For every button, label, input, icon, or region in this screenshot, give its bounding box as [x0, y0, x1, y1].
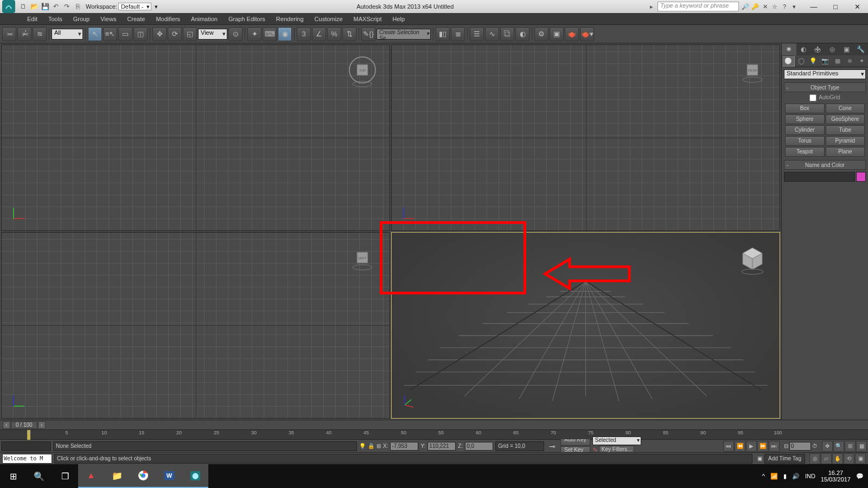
current-frame-input[interactable] [789, 442, 811, 451]
search-taskbar-icon[interactable]: 🔍 [26, 464, 52, 488]
refcoord-select[interactable]: View [198, 29, 227, 40]
angle-snap-icon[interactable]: ∠ [312, 27, 326, 41]
named-selection-select[interactable]: Create Selection Se [376, 29, 431, 40]
unlink-icon[interactable]: ⫘̸ [17, 27, 31, 41]
category-select[interactable]: Standard Primitives [784, 69, 866, 79]
window-crossing-icon[interactable]: ◫ [133, 27, 148, 41]
keyboard-shortcut-icon[interactable]: ⌨ [263, 27, 277, 41]
play-icon[interactable]: ▶ [746, 441, 757, 452]
object-color-swatch[interactable] [856, 172, 866, 182]
app-icon[interactable] [2, 0, 15, 13]
menu-customize[interactable]: Customize [309, 13, 348, 25]
time-slider-value[interactable]: 0 / 100 [11, 421, 37, 429]
hierarchy-tab-icon[interactable]: 🕁 [810, 43, 825, 55]
add-time-tag[interactable]: Add Time Tag [764, 454, 805, 464]
pan-icon[interactable]: ✥ [822, 441, 833, 452]
helpers-tab-icon[interactable]: ▦ [832, 55, 844, 67]
timetag-toggle-icon[interactable]: ▣ [755, 455, 764, 461]
maximize-viewport-icon[interactable]: ▣ [855, 453, 866, 464]
geosphere-button[interactable]: GeoSphere [826, 114, 865, 124]
select-object-icon[interactable]: ↖ [88, 27, 102, 41]
menu-modifiers[interactable]: Modifiers [150, 13, 186, 25]
menu-tools[interactable]: Tools [43, 13, 68, 25]
layers-icon[interactable]: ☰ [470, 27, 484, 41]
taskbar-clock[interactable]: 16.2715/03/2017 [821, 470, 851, 483]
viewport-left[interactable]: LEFT [1, 232, 390, 419]
zoom-extents-icon[interactable]: ▦ [856, 441, 867, 452]
help-icon[interactable]: ? [780, 2, 789, 11]
key-step-icon[interactable]: ⊟ [784, 443, 788, 449]
rollout-name-color[interactable]: Name and Color [784, 160, 866, 170]
viewport-perspective[interactable] [391, 232, 780, 419]
viewport-front[interactable]: FRONT [391, 44, 780, 231]
torus-button[interactable]: Torus [785, 136, 825, 146]
time-slider[interactable]: ‹ 0 / 100 › [0, 420, 868, 429]
workspace-select[interactable]: Default - [118, 3, 152, 10]
wifi-icon[interactable]: 📶 [770, 473, 778, 480]
menu-grapheditors[interactable]: Graph Editors [223, 13, 271, 25]
menu-views[interactable]: Views [95, 13, 122, 25]
taskview-icon[interactable]: ❐ [52, 464, 78, 488]
geometry-tab-icon[interactable]: ⚪ [782, 55, 795, 67]
tube-button[interactable]: Tube [826, 125, 865, 135]
material-editor-icon[interactable]: ◐ [515, 27, 529, 41]
explorer-app-icon[interactable]: 📁 [104, 464, 130, 488]
menu-rendering[interactable]: Rendering [271, 13, 309, 25]
search-go-icon[interactable]: ▸ [650, 3, 658, 10]
viewport-top[interactable]: TOP [1, 44, 390, 231]
x-input[interactable] [390, 442, 418, 451]
move-icon[interactable]: ✥ [152, 27, 167, 41]
new-icon[interactable]: 🗋 [18, 2, 28, 11]
next-key-icon[interactable]: ⏩ [757, 441, 768, 452]
systems-tab-icon[interactable]: ✦ [856, 55, 868, 67]
prev-key-icon[interactable]: ⏪ [735, 441, 745, 452]
fov-icon[interactable]: ▱ [821, 453, 832, 464]
select-manipulate-icon[interactable]: ✦ [247, 27, 261, 41]
minimize-button[interactable]: — [803, 0, 825, 13]
sphere-button[interactable]: Sphere [785, 114, 825, 124]
ime-indicator[interactable]: IND [805, 473, 815, 479]
key-icon[interactable]: 🔑 [751, 2, 760, 11]
scale-icon[interactable]: ◱ [183, 27, 197, 41]
selection-filter-select[interactable]: All [52, 29, 83, 40]
isolate-icon[interactable]: ◎ [809, 453, 820, 464]
pan2-icon[interactable]: ✋ [832, 453, 843, 464]
snap-3-icon[interactable]: 3 [297, 27, 311, 41]
volume-icon[interactable]: 🔊 [792, 473, 800, 480]
workspace-more-icon[interactable]: ▾ [152, 3, 160, 10]
edit-named-sel-icon[interactable]: ✎{} [361, 27, 375, 41]
percent-snap-icon[interactable]: % [327, 27, 341, 41]
favorite-icon[interactable]: ☆ [770, 2, 779, 11]
menu-help[interactable]: Help [387, 13, 411, 25]
mirror-icon[interactable]: ▮▯ [436, 27, 450, 41]
zoom-all-icon[interactable]: ⊞ [845, 441, 856, 452]
goto-end-icon[interactable]: ⏭ [769, 441, 780, 452]
absolute-mode-icon[interactable]: ⊞ [376, 443, 381, 449]
z-input[interactable] [465, 442, 493, 451]
rotate-icon[interactable]: ⟳ [168, 27, 182, 41]
bind-space-warp-icon[interactable]: ≋ [33, 27, 47, 41]
curve-editor-icon[interactable]: ∿ [485, 27, 499, 41]
render-icon[interactable]: 🫖 [565, 27, 579, 41]
3dsmax-app-icon[interactable]: ⬤ [182, 464, 208, 488]
battery-icon[interactable]: ▮ [783, 473, 787, 480]
cone-button[interactable]: Cone [826, 104, 865, 113]
schematic-view-icon[interactable]: ⿻ [500, 27, 514, 41]
autogrid-checkbox[interactable]: AutoGrid [785, 94, 865, 101]
orbit-icon[interactable]: ⟲ [844, 453, 854, 464]
autocad-app-icon[interactable]: ▲ [78, 464, 104, 488]
next-frame-icon[interactable]: › [38, 421, 46, 429]
redo-icon[interactable]: ↷ [62, 2, 72, 11]
y-input[interactable] [427, 442, 456, 451]
undo-icon[interactable]: ↶ [51, 2, 61, 11]
action-center-icon[interactable]: 💬 [856, 473, 864, 480]
menu-maxscript[interactable]: MAXScript [348, 13, 387, 25]
chrome-app-icon[interactable] [130, 464, 156, 488]
binoculars-icon[interactable]: 🔎 [741, 2, 750, 11]
cylinder-button[interactable]: Cylinder [785, 125, 825, 135]
rect-region-icon[interactable]: ▭ [118, 27, 132, 41]
teapot-button[interactable]: Teapot [785, 147, 825, 157]
create-tab-icon[interactable]: ✳ [782, 43, 796, 55]
motion-tab-icon[interactable]: ◎ [825, 43, 840, 55]
select-link-icon[interactable]: ⫘ [2, 27, 16, 41]
